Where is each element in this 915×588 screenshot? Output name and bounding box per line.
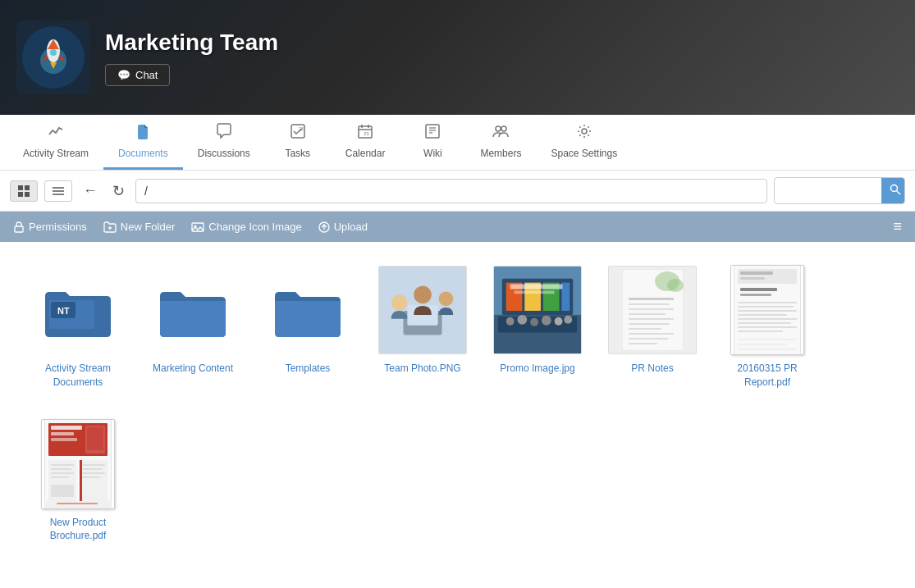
toolbar: ← ↻ / (0, 171, 915, 212)
tab-discussions[interactable]: Discussions (183, 115, 265, 170)
file-thumbnail (263, 265, 353, 355)
file-thumbnail (722, 265, 812, 355)
svg-rect-104 (80, 460, 108, 505)
refresh-button[interactable]: ↻ (108, 180, 129, 202)
svg-text:NT: NT (57, 306, 70, 316)
svg-point-20 (501, 126, 506, 131)
tab-wiki[interactable]: Wiki (400, 115, 465, 170)
file-name: Promo Image.jpg (500, 362, 574, 376)
svg-rect-88 (738, 318, 797, 320)
space-avatar (16, 21, 90, 94)
svg-rect-31 (15, 226, 23, 232)
tasks-icon: 23 (290, 123, 306, 144)
svg-point-46 (414, 286, 432, 304)
svg-rect-114 (80, 460, 82, 505)
search-input[interactable] (775, 180, 881, 202)
svg-rect-92 (738, 339, 797, 340)
tab-tasks[interactable]: 23 Tasks (265, 115, 331, 170)
change-icon-button[interactable]: Change Icon Image (191, 221, 301, 233)
svg-rect-55 (515, 290, 555, 294)
file-thumbnail: NT (33, 265, 123, 355)
actions-bar: Permissions New Folder Change Icon Image… (0, 212, 915, 242)
upload-button[interactable]: Upload (318, 221, 368, 233)
new-folder-label: New Folder (121, 221, 175, 233)
svg-rect-81 (740, 277, 765, 280)
path-select[interactable]: / (135, 179, 767, 203)
svg-point-62 (564, 316, 572, 324)
list-view-button[interactable] (44, 180, 72, 202)
svg-rect-98 (51, 426, 82, 430)
tab-calendar[interactable]: 23 Calendar (331, 115, 400, 170)
svg-rect-99 (51, 432, 74, 435)
svg-point-29 (891, 185, 898, 192)
svg-rect-24 (18, 192, 23, 197)
svg-rect-108 (51, 476, 69, 478)
tab-activity-stream[interactable]: Activity Stream (8, 115, 103, 170)
svg-rect-91 (738, 330, 783, 332)
svg-rect-54 (510, 285, 563, 289)
documents-icon (135, 123, 151, 144)
svg-point-61 (555, 317, 563, 326)
tab-discussions-label: Discussions (198, 148, 250, 159)
file-name: Activity Stream Documents (31, 362, 125, 390)
file-thumbnail (607, 265, 698, 355)
files-area: NT Activity Stream Documents Marketing C… (0, 242, 915, 588)
svg-rect-115 (44, 501, 112, 509)
chat-button[interactable]: 💬 Chat (105, 64, 170, 86)
list-options-button[interactable]: ≡ (893, 218, 902, 235)
svg-point-57 (506, 317, 515, 326)
discussions-icon (216, 123, 232, 144)
new-folder-button[interactable]: New Folder (103, 221, 175, 233)
svg-rect-79 (738, 269, 797, 284)
list-item[interactable]: Marketing Content (140, 258, 246, 396)
list-item[interactable]: Templates (254, 258, 361, 396)
file-thumbnail (33, 419, 123, 509)
svg-rect-23 (25, 185, 30, 190)
svg-text:23: 23 (299, 126, 304, 131)
svg-point-45 (439, 291, 454, 306)
search-button[interactable] (881, 178, 905, 203)
svg-rect-106 (51, 468, 71, 470)
svg-rect-83 (740, 294, 771, 296)
chat-icon: 💬 (117, 69, 130, 81)
svg-point-7 (50, 49, 57, 56)
svg-rect-68 (629, 303, 670, 305)
list-item[interactable]: New Product Brochure.pdf (25, 413, 131, 550)
list-item[interactable]: Promo Image.jpg (484, 258, 591, 396)
svg-rect-53 (561, 283, 570, 311)
svg-rect-111 (82, 468, 103, 470)
permissions-button[interactable]: Permissions (13, 221, 87, 233)
svg-rect-15 (426, 125, 439, 138)
tab-members[interactable]: Members (465, 115, 536, 170)
list-item[interactable]: NT Activity Stream Documents (25, 258, 131, 396)
svg-rect-74 (629, 333, 674, 335)
grid-view-button[interactable] (10, 180, 38, 202)
svg-point-44 (391, 294, 408, 311)
back-button[interactable]: ← (79, 180, 102, 201)
svg-rect-85 (738, 306, 794, 308)
tab-documents[interactable]: Documents (103, 115, 183, 170)
space-title: Marketing Team (105, 30, 278, 56)
list-item[interactable]: 20160315 PR Report.pdf (714, 258, 821, 396)
file-name: New Product Brochure.pdf (31, 516, 125, 544)
calendar-icon: 23 (357, 123, 373, 144)
svg-rect-100 (51, 438, 77, 441)
list-item[interactable]: Team Photo.PNG (369, 258, 476, 396)
list-item[interactable]: PR Notes (599, 258, 706, 396)
tab-documents-label: Documents (118, 148, 168, 159)
svg-rect-76 (629, 343, 657, 344)
tab-calendar-label: Calendar (345, 148, 386, 159)
svg-rect-25 (25, 192, 30, 197)
svg-rect-69 (629, 308, 674, 310)
svg-rect-113 (82, 476, 100, 478)
svg-point-58 (517, 315, 527, 325)
upload-label: Upload (334, 221, 368, 233)
svg-point-66 (667, 279, 684, 292)
tab-space-settings[interactable]: Space Settings (536, 115, 632, 170)
nav-tabs: Activity Stream Documents Discussions 23… (0, 115, 915, 171)
file-name: Templates (286, 362, 331, 376)
svg-rect-110 (82, 464, 105, 466)
svg-rect-70 (629, 313, 666, 315)
files-grid: NT Activity Stream Documents Marketing C… (25, 258, 890, 549)
svg-rect-73 (629, 328, 661, 330)
